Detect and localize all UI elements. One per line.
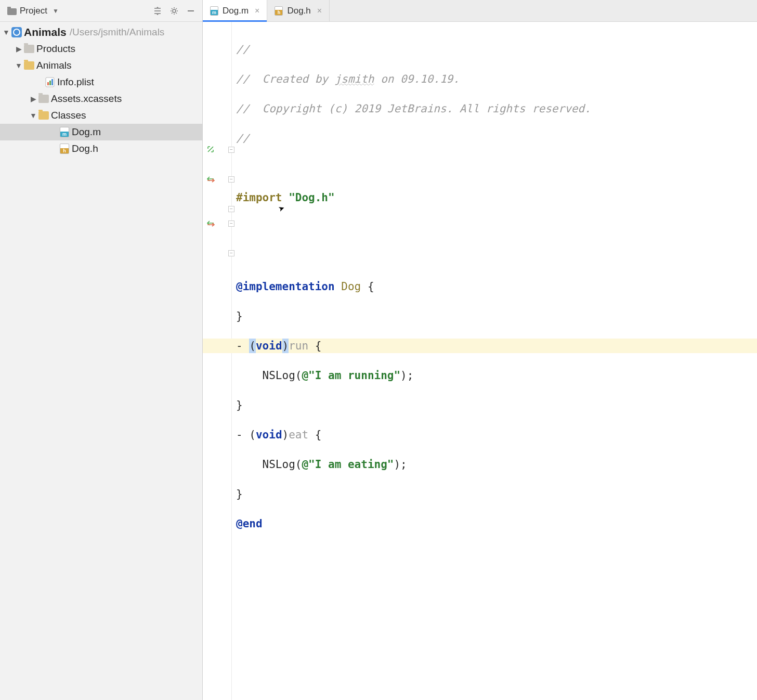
svg-rect-5: [47, 82, 49, 85]
folder-icon: [37, 111, 50, 120]
gear-icon[interactable]: [167, 4, 181, 18]
editor-panel: Dog.m × Dog.h ×: [203, 0, 757, 700]
fold-column[interactable]: − − − − −: [224, 22, 231, 700]
tab-bar-empty: [330, 0, 757, 21]
code-text: NSLog(: [236, 368, 302, 383]
code-text: "Dog.h": [289, 190, 335, 205]
folder-icon: [23, 45, 35, 53]
code-text: (: [249, 339, 256, 354]
tree-item-label: Products: [36, 43, 75, 55]
code-text: "I am eating": [308, 457, 394, 472]
chevron-down-icon[interactable]: ▼: [29, 111, 37, 120]
tree-root-path: /Users/jsmith/Animals: [70, 27, 165, 38]
svg-rect-7: [51, 79, 53, 85]
code-text: (: [249, 427, 256, 443]
svg-rect-6: [49, 81, 51, 85]
tree-dog-h[interactable]: Dog.h: [0, 140, 202, 157]
m-file-icon: [58, 127, 71, 137]
code-text: // Created by: [236, 72, 335, 87]
code-text: ): [282, 339, 289, 354]
tab-label: Dog.m: [223, 6, 249, 16]
project-tree: ▼ Animals /Users/jsmith/Animals ▶ Produc…: [0, 22, 202, 157]
chevron-down-icon: ▼: [53, 7, 59, 15]
code-text: @implementation: [236, 279, 335, 294]
code-text: run: [289, 339, 308, 354]
svg-rect-0: [7, 8, 17, 15]
svg-rect-1: [7, 7, 11, 9]
override-gutter-icon[interactable]: [206, 218, 215, 228]
code-text: Dog: [335, 279, 368, 294]
code-text: -: [236, 339, 249, 354]
h-file-icon: [58, 144, 71, 154]
code-text: }: [236, 398, 243, 413]
h-file-icon: [275, 6, 283, 16]
tree-item-label: Dog.h: [72, 143, 98, 154]
tree-item-label: Info.plist: [57, 76, 94, 88]
scrollbar[interactable]: [749, 22, 757, 700]
code-text: );: [400, 368, 413, 383]
plist-file-icon: [44, 77, 56, 87]
code-text: }: [236, 309, 243, 324]
svg-point-2: [173, 9, 176, 12]
tree-item-label: Dog.m: [72, 126, 101, 138]
minimize-icon[interactable]: [184, 4, 198, 18]
project-folder-icon: [7, 7, 17, 15]
code-text: }: [236, 487, 243, 502]
tree-item-label: Animals: [36, 60, 72, 71]
code-text: jsmith: [335, 72, 374, 87]
tree-info-plist[interactable]: Info.plist: [0, 74, 202, 90]
svg-rect-3: [188, 10, 194, 11]
tree-root-label: Animals: [24, 26, 67, 38]
tree-products[interactable]: ▶ Products: [0, 41, 202, 57]
tab-dog-h[interactable]: Dog.h ×: [267, 0, 330, 21]
tree-animals-folder[interactable]: ▼ Animals: [0, 57, 202, 74]
editor-tab-bar: Dog.m × Dog.h ×: [203, 0, 757, 22]
code-text: @: [302, 368, 308, 383]
close-icon[interactable]: ×: [317, 6, 322, 16]
code-text: {: [368, 279, 374, 294]
chevron-right-icon[interactable]: ▶: [15, 45, 23, 53]
folder-icon: [37, 95, 50, 103]
tab-label: Dog.h: [287, 6, 310, 16]
tree-item-label: Classes: [51, 110, 86, 121]
override-gutter-icon[interactable]: [206, 174, 215, 184]
code-text: );: [394, 457, 407, 472]
code-text: "I am running": [308, 368, 400, 383]
tree-dog-m[interactable]: Dog.m: [0, 124, 202, 140]
tab-dog-m[interactable]: Dog.m ×: [203, 0, 267, 21]
project-panel: Project ▼ ▼ Animals /Users/jsmith/Animal…: [0, 0, 203, 700]
project-toolbar: Project ▼: [0, 0, 202, 22]
code-text: void: [256, 339, 282, 354]
code-text: //: [236, 42, 249, 57]
code-text: @: [302, 457, 308, 472]
code-text: on 09.10.19.: [374, 72, 460, 87]
chevron-down-icon[interactable]: ▼: [2, 28, 10, 36]
project-dropdown[interactable]: Project ▼: [4, 5, 62, 17]
code-text: -: [236, 427, 249, 443]
code-text: //: [236, 131, 249, 146]
code-text: {: [308, 427, 321, 443]
xcode-project-icon: [10, 27, 23, 37]
implement-gutter-icon[interactable]: [206, 145, 215, 154]
tree-assets[interactable]: ▶ Assets.xcassets: [0, 90, 202, 107]
code-text: NSLog(: [236, 457, 302, 472]
tree-root[interactable]: ▼ Animals /Users/jsmith/Animals: [0, 24, 202, 41]
code-text: eat: [289, 427, 308, 443]
code-text: @end: [236, 516, 263, 532]
code-text: void: [256, 427, 282, 443]
code-text: {: [308, 339, 321, 354]
tree-item-label: Assets.xcassets: [51, 93, 122, 105]
m-file-icon: [210, 6, 218, 16]
editor-gutter[interactable]: − − − − −: [203, 22, 232, 700]
tree-classes[interactable]: ▼ Classes: [0, 107, 202, 124]
code-text: // Copyright (c) 2019 JetBrains. All rig…: [236, 101, 591, 116]
project-label: Project: [20, 6, 47, 16]
folder-icon: [23, 61, 35, 70]
code-text: ): [282, 427, 289, 443]
chevron-right-icon[interactable]: ▶: [29, 95, 37, 103]
editor[interactable]: − − − − − // // Created by jsmith on 09.…: [203, 22, 757, 700]
close-icon[interactable]: ×: [255, 6, 259, 16]
chevron-down-icon[interactable]: ▼: [15, 61, 23, 70]
collapse-icon[interactable]: [150, 4, 165, 18]
code-area[interactable]: // // Created by jsmith on 09.10.19. // …: [232, 22, 749, 700]
